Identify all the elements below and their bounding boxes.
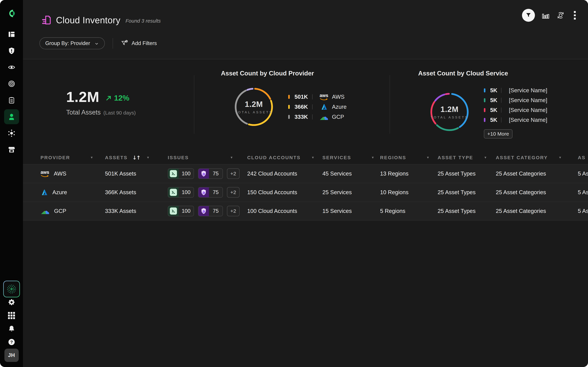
total-assets-value: 1.2M bbox=[66, 89, 99, 105]
column-label: REGIONS bbox=[380, 155, 406, 160]
services-cell: 45 Services bbox=[322, 170, 380, 177]
legend-name: [Service Name] bbox=[509, 97, 547, 103]
legend-marker bbox=[288, 105, 290, 109]
virus-icon bbox=[8, 129, 16, 137]
sidebar-item-bullseye[interactable] bbox=[0, 75, 23, 92]
toolbar-divider bbox=[113, 38, 113, 49]
terminal-issues-badge[interactable]: 100 bbox=[168, 187, 194, 198]
sidebar-item-layout[interactable] bbox=[0, 26, 23, 42]
sidebar-item-shield-alert[interactable] bbox=[0, 42, 23, 59]
column-header-services[interactable]: SERVICES bbox=[322, 155, 380, 160]
terminal-issues-badge[interactable]: 100 bbox=[168, 168, 194, 179]
toolbar: Group By: Provider Add Filters bbox=[23, 31, 588, 49]
column-header-regions[interactable]: REGIONS bbox=[380, 155, 438, 160]
column-header-provider[interactable]: PROVIDER bbox=[41, 155, 105, 160]
sidebar-item-virus[interactable] bbox=[0, 125, 23, 141]
title-row: Cloud Inventory Found 3 results bbox=[23, 0, 588, 31]
column-header-asset-type[interactable]: ASSET TYPE bbox=[438, 155, 496, 160]
group-by-label: Group By: Provider bbox=[45, 40, 90, 46]
column-header-cloud-accounts[interactable]: CLOUD ACCOUNTS bbox=[247, 155, 322, 160]
filter-button[interactable] bbox=[522, 9, 535, 22]
provider-donut-chart[interactable]: 1.2M TOTAL ASSETS bbox=[233, 85, 275, 128]
sidebar-item-inventory-person[interactable] bbox=[0, 108, 23, 125]
orca-logo[interactable] bbox=[7, 9, 16, 18]
sidebar-item-ai-spiral[interactable] bbox=[3, 282, 20, 296]
sync-button[interactable] bbox=[556, 11, 565, 19]
shield-issues-badge[interactable]: 75 bbox=[198, 187, 223, 198]
assets-cell: 366K Assets bbox=[105, 189, 168, 196]
more-services-button[interactable]: +10 More bbox=[484, 129, 512, 138]
sidebar-item-bell[interactable] bbox=[8, 322, 15, 335]
column-header-as[interactable]: AS bbox=[578, 155, 588, 160]
provider-cell: ☁GCP bbox=[41, 206, 105, 216]
column-header-issues[interactable]: ISSUES bbox=[168, 155, 247, 160]
legend-value: 366K bbox=[294, 104, 312, 110]
sidebar: ?JH bbox=[0, 0, 23, 367]
filter-funnel-icon[interactable] bbox=[483, 156, 487, 160]
legend-value: 333K bbox=[294, 114, 312, 120]
table-row-gcp[interactable]: ☁GCP333K Assets10075+2100 Cloud Accounts… bbox=[23, 202, 588, 221]
filter-plus-icon bbox=[121, 40, 128, 47]
column-label: CLOUD ACCOUNTS bbox=[247, 155, 301, 160]
more-issues-badge[interactable]: +2 bbox=[227, 168, 240, 179]
cloud-accounts-cell: 242 Cloud Accounts bbox=[247, 170, 322, 177]
legend-separator bbox=[501, 117, 502, 123]
filter-funnel-icon[interactable] bbox=[90, 156, 94, 160]
terminal-issues-count: 100 bbox=[179, 169, 194, 179]
filter-funnel-icon[interactable] bbox=[311, 156, 315, 160]
column-header-asset-category[interactable]: ASSET CATEGORY bbox=[496, 155, 578, 160]
add-filters-button[interactable]: Add Filters bbox=[121, 40, 157, 47]
chart-view-button[interactable] bbox=[541, 11, 550, 19]
filter-funnel-icon[interactable] bbox=[230, 156, 233, 160]
column-label: ASSETS bbox=[105, 155, 128, 160]
sidebar-item-clipboard-list[interactable] bbox=[0, 92, 23, 108]
sidebar-item-gear[interactable] bbox=[8, 296, 15, 309]
legend-separator bbox=[501, 108, 502, 113]
cloud-accounts-cell: 100 Cloud Accounts bbox=[247, 208, 322, 214]
legend-item[interactable]: 366KAzure bbox=[288, 102, 346, 112]
regions-cell: 5 Regions bbox=[380, 208, 438, 214]
sidebar-item-eye[interactable] bbox=[0, 59, 23, 75]
aws-logo: aws bbox=[320, 93, 328, 100]
legend-value: 5K bbox=[490, 107, 501, 113]
column-header-assets[interactable]: ASSETS↓↑ bbox=[105, 155, 168, 161]
legend-name: [Service Name] bbox=[509, 87, 547, 94]
terminal-issues-badge[interactable]: 100 bbox=[168, 206, 194, 216]
sidebar-item-apps-grid[interactable] bbox=[8, 309, 15, 322]
sidebar-item-help[interactable]: ? bbox=[8, 335, 15, 349]
gcp-logo: ☁ bbox=[41, 206, 50, 216]
filter-funnel-icon[interactable] bbox=[146, 156, 150, 160]
filter-funnel-icon[interactable] bbox=[558, 156, 562, 160]
legend-item[interactable]: 5K[Service Name] bbox=[484, 105, 547, 115]
more-issues-badge[interactable]: +2 bbox=[227, 187, 240, 198]
service-donut-chart[interactable]: 1.2M TOTAL ASSETS bbox=[428, 91, 471, 133]
bullseye-icon bbox=[8, 80, 16, 88]
shield-issues-badge[interactable]: 75 bbox=[198, 206, 223, 216]
group-by-dropdown[interactable]: Group By: Provider bbox=[39, 37, 105, 49]
legend-item[interactable]: 5K[Service Name] bbox=[484, 85, 547, 95]
user-avatar[interactable]: JH bbox=[4, 349, 19, 362]
more-menu-button[interactable] bbox=[571, 11, 578, 19]
sidebar-item-storefront[interactable] bbox=[0, 141, 23, 158]
more-issues-badge[interactable]: +2 bbox=[227, 206, 240, 216]
column-label: PROVIDER bbox=[41, 155, 70, 160]
filter-funnel-icon[interactable] bbox=[426, 156, 430, 160]
assets-cell: 333K Assets bbox=[105, 208, 168, 214]
legend-item[interactable]: 5K[Service Name] bbox=[484, 115, 547, 125]
table-row-aws[interactable]: awsAWS501K Assets10075+2242 Cloud Accoun… bbox=[23, 164, 588, 183]
shield-issues-badge[interactable]: 75 bbox=[198, 168, 223, 179]
legend-item[interactable]: 5K[Service Name] bbox=[484, 95, 547, 105]
sort-icon[interactable]: ↓↑ bbox=[132, 155, 140, 161]
legend-separator bbox=[312, 104, 312, 109]
content: 1.2M 12% Total Assets (Last 90 days) Ass… bbox=[23, 59, 588, 367]
legend-item[interactable]: 501KawsAWS bbox=[288, 92, 346, 102]
legend-item[interactable]: 333K☁GCP bbox=[288, 112, 346, 122]
asset-source-cell: 5 As bbox=[578, 189, 588, 196]
aws-logo: aws bbox=[41, 170, 49, 177]
asset-type-cell: 25 Asset Types bbox=[438, 189, 496, 196]
trend-value: 12% bbox=[114, 94, 129, 102]
provider-cell: awsAWS bbox=[41, 170, 105, 177]
terminal-icon bbox=[170, 208, 177, 215]
filter-funnel-icon[interactable] bbox=[371, 156, 375, 160]
table-row-azure[interactable]: Azure366K Assets10075+2150 Cloud Account… bbox=[23, 183, 588, 202]
